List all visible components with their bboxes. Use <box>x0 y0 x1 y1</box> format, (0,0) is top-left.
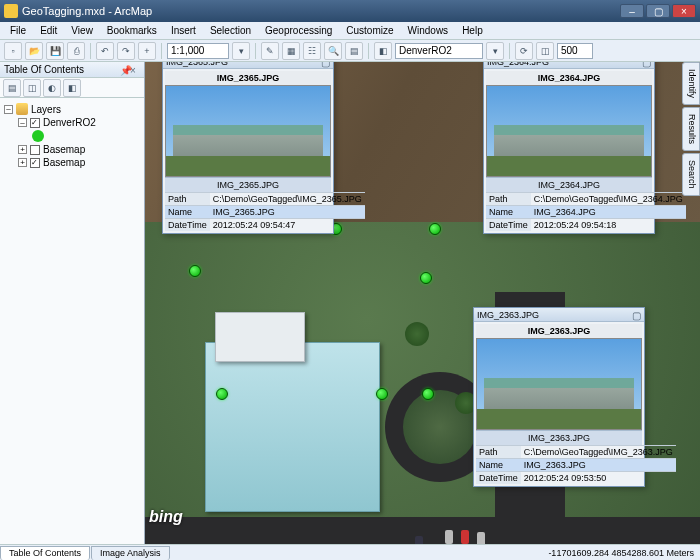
layer-checkbox[interactable] <box>30 145 40 155</box>
tree-layer[interactable]: +Basemap <box>4 156 140 169</box>
tree-root[interactable]: – Layers <box>4 102 140 116</box>
editor-icon[interactable]: ✎ <box>261 42 279 60</box>
menu-help[interactable]: Help <box>456 23 489 38</box>
popup-caption: IMG_2363.JPG <box>476 430 642 445</box>
attr-key: DateTime <box>486 219 531 232</box>
pin-icon[interactable]: 📌 <box>120 65 130 75</box>
tree-layer[interactable]: –DenverRO2 <box>4 116 140 129</box>
geo-point[interactable] <box>189 265 201 277</box>
collapse-icon[interactable]: + <box>18 158 27 167</box>
new-icon[interactable]: ▫ <box>4 42 22 60</box>
menu-geoprocessing[interactable]: Geoprocessing <box>259 23 338 38</box>
close-panel-icon[interactable]: × <box>130 65 140 75</box>
photo-popup[interactable]: IMG_2363.JPG▢IMG_2363.JPGIMG_2363.JPGPat… <box>473 307 645 487</box>
attr-val: IMG_2364.JPG <box>531 206 686 219</box>
popup-attributes: PathC:\Demo\GeoTagged\IMG_2364.JPGNameIM… <box>486 192 686 231</box>
layer-label: DenverRO2 <box>43 117 96 128</box>
bottom-tab-table-of-contents[interactable]: Table Of Contents <box>0 546 90 560</box>
add-data-icon[interactable]: + <box>138 42 156 60</box>
popup-image-title: IMG_2365.JPG <box>165 71 331 85</box>
tree-layer[interactable]: +Basemap <box>4 143 140 156</box>
attr-key: Path <box>486 193 531 206</box>
popup-attributes: PathC:\Demo\GeoTagged\IMG_2365.JPGNameIM… <box>165 192 365 231</box>
list-by-source-icon[interactable]: ◫ <box>23 79 41 97</box>
geo-point[interactable] <box>422 388 434 400</box>
layer-checkbox[interactable] <box>30 158 40 168</box>
popup-max-icon[interactable]: ▢ <box>631 310 641 320</box>
refresh-icon[interactable]: ⟳ <box>515 42 533 60</box>
attr-val: 2012:05:24 09:54:18 <box>531 219 686 232</box>
menu-bookmarks[interactable]: Bookmarks <box>101 23 163 38</box>
menu-selection[interactable]: Selection <box>204 23 257 38</box>
popup-thumbnail[interactable] <box>476 338 642 430</box>
menu-windows[interactable]: Windows <box>402 23 455 38</box>
photo-popup[interactable]: IMG_2364.JPG▢IMG_2364.JPGIMG_2364.JPGPat… <box>483 62 655 234</box>
layer-checkbox[interactable] <box>30 118 40 128</box>
menu-bar: FileEditViewBookmarksInsertSelectionGeop… <box>0 22 700 40</box>
right-tab-identify[interactable]: Identify <box>682 62 700 105</box>
search-icon[interactable]: 🔍 <box>324 42 342 60</box>
collapse-icon[interactable]: – <box>4 105 13 114</box>
scale-input[interactable] <box>167 43 229 59</box>
geo-point[interactable] <box>420 272 432 284</box>
menu-view[interactable]: View <box>65 23 99 38</box>
menu-insert[interactable]: Insert <box>165 23 202 38</box>
standard-toolbar: ▫ 📂 💾 ⎙ ↶ ↷ + ▾ ✎ ▦ ☷ 🔍 ▤ ◧ ▾ ⟳ ◫ <box>0 40 700 62</box>
layer-combo[interactable] <box>395 43 483 59</box>
popup-title: IMG_2363.JPG <box>477 310 631 320</box>
list-by-drawing-icon[interactable]: ▤ <box>3 79 21 97</box>
status-coords: -11701609.284 4854288.601 Meters <box>542 548 700 558</box>
layer-dropdown-icon[interactable]: ▾ <box>486 42 504 60</box>
open-icon[interactable]: 📂 <box>25 42 43 60</box>
attr-val: IMG_2365.JPG <box>210 206 365 219</box>
popup-max-icon[interactable]: ▢ <box>641 62 651 67</box>
toc-tree: – Layers –DenverRO2+Basemap+Basemap <box>0 98 144 544</box>
attr-key: Path <box>476 446 521 459</box>
print-icon[interactable]: ⎙ <box>67 42 85 60</box>
right-tab-results[interactable]: Results <box>682 107 700 151</box>
attr-key: Path <box>165 193 210 206</box>
popup-image-title: IMG_2363.JPG <box>476 324 642 338</box>
popup-caption: IMG_2365.JPG <box>165 177 331 192</box>
attr-key: DateTime <box>165 219 210 232</box>
toc-panel: Table Of Contents 📌 × ▤ ◫ ◐ ◧ – Layers –… <box>0 62 145 544</box>
geo-point[interactable] <box>216 388 228 400</box>
popup-title: IMG_2365.JPG <box>166 62 320 67</box>
attr-val: C:\Demo\GeoTagged\IMG_2364.JPG <box>531 193 686 206</box>
minimize-button[interactable]: – <box>620 4 644 18</box>
spin-input[interactable] <box>557 43 593 59</box>
georef-icon[interactable]: ◧ <box>374 42 392 60</box>
popup-thumbnail[interactable] <box>486 85 652 177</box>
pause-icon[interactable]: ◫ <box>536 42 554 60</box>
undo-icon[interactable]: ↶ <box>96 42 114 60</box>
map-view[interactable]: IMG_2365.JPG▢IMG_2365.JPGIMG_2365.JPGPat… <box>145 62 700 544</box>
geo-point[interactable] <box>376 388 388 400</box>
close-button[interactable]: × <box>672 4 696 18</box>
photo-popup[interactable]: IMG_2365.JPG▢IMG_2365.JPGIMG_2365.JPGPat… <box>162 62 334 234</box>
geo-point[interactable] <box>429 223 441 235</box>
python-icon[interactable]: ▤ <box>345 42 363 60</box>
attr-key: DateTime <box>476 472 521 485</box>
bottom-tab-image-analysis[interactable]: Image Analysis <box>91 546 170 560</box>
list-by-visibility-icon[interactable]: ◐ <box>43 79 61 97</box>
layers-icon <box>16 103 28 115</box>
list-by-selection-icon[interactable]: ◧ <box>63 79 81 97</box>
menu-edit[interactable]: Edit <box>34 23 63 38</box>
save-icon[interactable]: 💾 <box>46 42 64 60</box>
menu-customize[interactable]: Customize <box>340 23 399 38</box>
collapse-icon[interactable]: + <box>18 145 27 154</box>
redo-icon[interactable]: ↷ <box>117 42 135 60</box>
collapse-icon[interactable]: – <box>18 118 27 127</box>
menu-file[interactable]: File <box>4 23 32 38</box>
catalog-icon[interactable]: ☷ <box>303 42 321 60</box>
maximize-button[interactable]: ▢ <box>646 4 670 18</box>
attr-val: 2012:05:24 09:54:47 <box>210 219 365 232</box>
right-tab-search[interactable]: Search <box>682 153 700 196</box>
table-icon[interactable]: ▦ <box>282 42 300 60</box>
scale-dropdown-icon[interactable]: ▾ <box>232 42 250 60</box>
toc-title: Table Of Contents <box>4 64 120 75</box>
popup-max-icon[interactable]: ▢ <box>320 62 330 67</box>
attr-val: 2012:05:24 09:53:50 <box>521 472 676 485</box>
point-symbol-icon <box>32 130 44 142</box>
popup-thumbnail[interactable] <box>165 85 331 177</box>
